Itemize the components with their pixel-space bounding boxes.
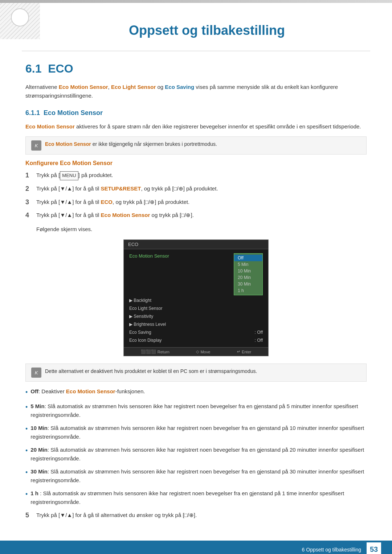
dropdown-item-5min: 5 Min bbox=[234, 261, 262, 268]
screen-dropdown: Off 5 Min 10 Min 20 Min 30 Min 1 h bbox=[234, 253, 263, 295]
step-5-text: Trykk på [▼/▲] for å gå til alternativet… bbox=[36, 511, 367, 520]
setup-reset-highlight: SETUP&RESET bbox=[101, 185, 141, 192]
screen-ecolight-row: Eco Light Sensor bbox=[124, 304, 268, 312]
step-4: 4 Trykk på [▼/▲] for å gå til Eco Motion… bbox=[25, 211, 367, 221]
screen-ecoicon-label: Eco Icon Display bbox=[129, 338, 255, 343]
dropdown-item-20min: 20 Min bbox=[234, 274, 262, 281]
screen-ecoicon-value: : Off bbox=[255, 338, 263, 343]
dropdown-item-30min: 30 Min bbox=[234, 281, 262, 287]
enter-icon: ↵ bbox=[237, 349, 240, 354]
dropdown-item-10min: 10 Min bbox=[234, 268, 262, 274]
subsection-title: 6.1.1 Eco Motion Sensor bbox=[25, 109, 367, 117]
note1-highlight: Eco Motion Sensor bbox=[45, 141, 91, 147]
step-4-text: Trykk på [▼/▲] for å gå til Eco Motion S… bbox=[36, 211, 367, 219]
step-2-num: 2 bbox=[25, 184, 36, 194]
main-content: 6.1 ECO Alternativene Eco Motion Sensor,… bbox=[0, 51, 392, 537]
screen-ecosaving-row: Eco Saving : Off bbox=[124, 328, 268, 336]
dropdown-item-1h: 1 h bbox=[234, 287, 262, 294]
screen-backlight-label: ▶ Backlight bbox=[129, 298, 263, 303]
eco-motion-bullet-highlight: Eco Motion Sensor bbox=[66, 388, 115, 394]
intro-text-before: Alternativene bbox=[25, 84, 59, 90]
intro-mid1: , bbox=[108, 84, 111, 90]
move-icon: ◇ bbox=[196, 349, 199, 354]
section-number: 6.1 bbox=[25, 62, 41, 75]
step-1-num: 1 bbox=[25, 170, 36, 181]
screen-body: Eco Motion Sensor Off 5 Min 10 Min 20 Mi… bbox=[124, 249, 268, 347]
return-icon: ⬛⬛⬛ bbox=[141, 349, 156, 354]
dropdown-item-off: Off bbox=[234, 255, 262, 261]
subsection-highlight: Eco Motion Sensor bbox=[25, 123, 75, 130]
bullet-1h-text: 1 h : Slå automatisk av strømmen hvis se… bbox=[30, 489, 367, 506]
bullet-dot-2: • bbox=[25, 402, 28, 413]
header-circle bbox=[11, 8, 29, 26]
screen-brightness-row: ▶ Brightness Level bbox=[124, 320, 268, 328]
bullet-30min-text: 30 Min: Slå automatisk av strømmen hvis … bbox=[30, 467, 367, 485]
screen-ecosaving-label: Eco Saving bbox=[129, 330, 255, 335]
screen-image: ECO Eco Motion Sensor Off 5 Min 10 Min 2… bbox=[123, 239, 269, 356]
screen-footer-return: ⬛⬛⬛ Return bbox=[141, 349, 170, 354]
screen-ecosaving-value: : Off bbox=[255, 330, 263, 335]
bullet-10min-text: 10 Min: Slå automatisk av strømmen hvis … bbox=[30, 424, 367, 441]
bullet-dot-3: • bbox=[25, 424, 28, 434]
bullet-20min: • 20 Min: Slå automatisk av strømmen hvi… bbox=[25, 446, 367, 463]
bullet-off-text: Off: Deaktiver Eco Motion Sensor-funksjo… bbox=[30, 387, 145, 396]
note-text-2: Dette alternativet er deaktivert hvis pr… bbox=[45, 368, 257, 375]
screen-eco-motion-label: Eco Motion Sensor bbox=[129, 253, 234, 259]
eco-highlight: ECO bbox=[101, 199, 113, 205]
intro-highlight2: Eco Light Sensor bbox=[111, 84, 156, 90]
top-bar bbox=[0, 0, 392, 3]
subsection-body-text: aktiveres for å spare strøm når den ikke… bbox=[75, 123, 361, 130]
screen-brightness-label: ▶ Brightness Level bbox=[129, 322, 263, 327]
configure-heading: Konfigurere Eco Motion Sensor bbox=[25, 160, 367, 167]
bullet-30min: • 30 Min: Slå automatisk av strømmen hvi… bbox=[25, 467, 367, 485]
step-5-num: 5 bbox=[25, 510, 36, 521]
screen-eco-motion-row: Eco Motion Sensor Off 5 Min 10 Min 20 Mi… bbox=[124, 252, 268, 296]
eco-motion-sensor-highlight: Eco Motion Sensor bbox=[101, 212, 150, 218]
bullet-dot-6: • bbox=[25, 489, 28, 500]
step-3-num: 3 bbox=[25, 197, 36, 208]
bullet-dot-1: • bbox=[25, 387, 28, 398]
bullet-dot-5: • bbox=[25, 467, 28, 478]
screen-footer-move: ◇ Move bbox=[196, 349, 210, 354]
footer-page-num: 53 bbox=[367, 542, 381, 554]
step-2-text: Trykk på [▼/▲] for å gå til SETUP&RESET,… bbox=[36, 184, 367, 193]
steps-list: 1 Trykk på [MENU] på produktet. 2 Trykk … bbox=[25, 171, 367, 221]
menu-key: MENU bbox=[60, 171, 78, 180]
bullet-30min-bold: 30 Min bbox=[30, 468, 48, 475]
enter-label: Enter bbox=[242, 350, 251, 354]
bullet-10min-bold: 10 Min bbox=[30, 425, 48, 431]
screen-ecoicon-row: Eco Icon Display : Off bbox=[124, 336, 268, 344]
subsection-6-1-1: 6.1.1 Eco Motion Sensor Eco Motion Senso… bbox=[25, 109, 367, 521]
screen-header: ECO bbox=[124, 240, 268, 249]
section-number-title: 6.1 ECO bbox=[25, 62, 367, 75]
step-4-num: 4 bbox=[25, 210, 36, 221]
header-area: Oppsett og tilbakestilling bbox=[0, 3, 392, 51]
note-text-1: Eco Motion Sensor er ikke tilgjengelig n… bbox=[45, 140, 217, 148]
page-title: Oppsett og tilbakestilling bbox=[44, 14, 370, 44]
bullet-20min-text: 20 Min: Slå automatisk av strømmen hvis … bbox=[30, 446, 367, 463]
bullet-5min-text: 5 Min: Slå automatisk av strømmen hvis s… bbox=[30, 402, 367, 419]
screen-footer-enter: ↵ Enter bbox=[237, 349, 251, 354]
screen-footer: ⬛⬛⬛ Return ◇ Move ↵ Enter bbox=[124, 347, 268, 356]
note-icon-1: K bbox=[31, 140, 41, 151]
footer-section-text: 6 Oppsett og tilbakestilling bbox=[302, 547, 361, 553]
subsection-number: 6.1.1 bbox=[25, 109, 40, 116]
intro-mid2: og bbox=[156, 84, 165, 90]
bullet-10min: • 10 Min: Slå automatisk av strømmen hvi… bbox=[25, 424, 367, 441]
note1-rest: er ikke tilgjengelig når skjermen brukes… bbox=[91, 141, 217, 147]
step-3: 3 Trykk på [▼/▲] for å gå til ECO, og tr… bbox=[25, 198, 367, 208]
bullet-5min-bold: 5 Min bbox=[30, 403, 44, 409]
move-label: Move bbox=[200, 350, 210, 354]
section-6-1: 6.1 ECO Alternativene Eco Motion Sensor,… bbox=[25, 62, 367, 100]
subsection-title-text: Eco Motion Sensor bbox=[44, 109, 103, 116]
step-1-text: Trykk på [MENU] på produktet. bbox=[36, 171, 367, 180]
intro-highlight3: Eco Saving bbox=[165, 84, 194, 90]
note-icon-2: K bbox=[31, 368, 41, 378]
screen-backlight-row: ▶ Backlight bbox=[124, 296, 268, 304]
bullet-dot-4: • bbox=[25, 446, 28, 456]
bullet-5min: • 5 Min: Slå automatisk av strømmen hvis… bbox=[25, 402, 367, 419]
step4-subtext: Følgende skjerm vises. bbox=[25, 226, 367, 232]
intro-paragraph: Alternativene Eco Motion Sensor, Eco Lig… bbox=[25, 83, 367, 100]
bullet-20min-bold: 20 Min bbox=[30, 447, 48, 453]
bullet-1h-bold: 1 h bbox=[30, 490, 38, 496]
